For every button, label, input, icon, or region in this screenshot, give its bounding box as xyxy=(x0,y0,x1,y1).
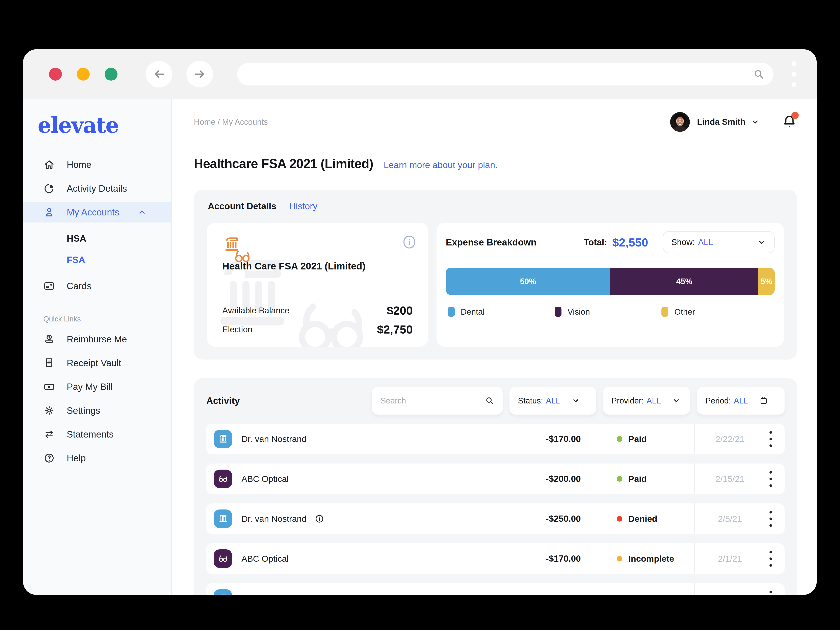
sidebar-item-receipt-vault[interactable]: Receipt Vault xyxy=(23,353,171,373)
coin-deposit-icon xyxy=(43,333,55,345)
pie-chart-icon xyxy=(43,183,55,194)
credit-card-icon xyxy=(43,280,55,292)
table-row[interactable]: Dr. van Nostrand -$152.00 Paid 1/20/21 xyxy=(206,583,785,595)
status-badge: Paid xyxy=(617,583,647,595)
gear-icon xyxy=(43,405,55,416)
status-dot xyxy=(617,436,622,442)
activity-title: Activity xyxy=(206,395,240,406)
back-button[interactable] xyxy=(146,61,172,87)
browser-toolbar xyxy=(23,49,816,99)
notifications-button[interactable] xyxy=(782,114,797,130)
sidebar-item-pay-my-bill[interactable]: Pay My Bill xyxy=(23,376,171,397)
search-icon[interactable] xyxy=(485,396,494,405)
close-button[interactable] xyxy=(49,68,62,81)
minimize-button[interactable] xyxy=(77,68,90,81)
address-bar[interactable] xyxy=(237,63,774,85)
sidebar-item-statements[interactable]: Statements xyxy=(23,424,171,445)
url-input[interactable] xyxy=(246,70,753,79)
amount: -$170.00 xyxy=(206,543,581,574)
period-filter-dropdown[interactable]: Period: ALL xyxy=(697,387,785,415)
status-badge: Incomplete xyxy=(617,543,674,574)
row-menu-button[interactable] xyxy=(767,543,774,574)
maximize-button[interactable] xyxy=(104,68,117,81)
status-filter-label: Status: xyxy=(518,396,543,405)
status-dot xyxy=(617,476,622,482)
forward-button[interactable] xyxy=(186,61,213,87)
sidebar-item-reimburse-me[interactable]: Reimburse Me xyxy=(23,329,171,349)
dental-swatch xyxy=(448,307,455,317)
show-filter-dropdown[interactable]: Show: ALL xyxy=(663,231,775,253)
provider-filter-dropdown[interactable]: Provider: ALL xyxy=(603,387,690,415)
avatar[interactable] xyxy=(670,112,690,132)
receipt-icon xyxy=(43,357,55,369)
period-filter-value: ALL xyxy=(734,396,748,405)
row-menu-button[interactable] xyxy=(767,504,774,534)
transaction-date: 2/22/21 xyxy=(694,424,766,454)
sidebar-item-help[interactable]: Help xyxy=(23,448,171,468)
available-balance-label: Available Balance xyxy=(222,306,289,316)
tab-history[interactable]: History xyxy=(289,201,317,212)
account-tabs: Account Details History xyxy=(207,201,784,212)
user-menu[interactable]: Linda Smith xyxy=(670,112,759,132)
sidebar-item-home[interactable]: Home xyxy=(23,155,171,175)
table-row[interactable]: Dr. van Nostrand -$250.00 Denied 2/5/21 xyxy=(206,504,785,534)
breadcrumb[interactable]: Home / My Accounts xyxy=(194,117,268,126)
plan-name: Health Care FSA 2021 (Limited) xyxy=(222,261,365,272)
legend-item-other: Other xyxy=(662,307,768,317)
browser-menu-button[interactable] xyxy=(789,59,799,89)
transaction-date: 1/20/21 xyxy=(694,583,766,595)
sidebar-item-label: Home xyxy=(67,159,92,170)
chevron-down-icon xyxy=(672,396,681,405)
expense-breakdown-card: Expense Breakdown Total: $2,550 Show: AL… xyxy=(437,223,784,347)
bar-segment-other: 5% xyxy=(758,268,775,295)
expense-breakdown-title: Expense Breakdown xyxy=(446,237,537,248)
vision-swatch xyxy=(555,307,562,317)
sidebar-item-my-accounts[interactable]: My Accounts xyxy=(23,202,171,223)
search-input[interactable] xyxy=(381,396,485,405)
transaction-date: 2/15/21 xyxy=(694,464,766,494)
status-label: Incomplete xyxy=(628,554,674,564)
sidebar-item-activity-details[interactable]: Activity Details xyxy=(23,178,171,199)
column-divider xyxy=(605,464,605,494)
sidebar-item-settings[interactable]: Settings xyxy=(23,400,171,421)
amount: -$152.00 xyxy=(206,583,581,595)
table-row[interactable]: ABC Optical -$200.00 Paid 2/15/21 xyxy=(206,464,785,494)
desktop-background: elevate Home Activity Details My Account… xyxy=(0,0,840,630)
amount: -$250.00 xyxy=(206,504,581,534)
status-badge: Paid xyxy=(617,464,647,494)
activity-header: Activity Status: ALL Provider: ALL xyxy=(206,387,785,415)
row-menu-button[interactable] xyxy=(767,583,774,595)
status-filter-dropdown[interactable]: Status: ALL xyxy=(510,387,596,415)
table-row[interactable]: ABC Optical -$170.00 Incomplete 2/1/21 xyxy=(206,543,785,574)
sidebar-item-label: Statements xyxy=(67,429,114,440)
chevron-up-icon xyxy=(137,208,147,217)
info-icon[interactable]: i xyxy=(403,235,415,248)
chevron-down-icon xyxy=(757,238,766,247)
election-label: Election xyxy=(222,325,252,334)
legend-item-dental: Dental xyxy=(448,307,555,317)
total-label: Total: xyxy=(584,237,607,247)
table-row[interactable]: Dr. van Nostrand -$170.00 Paid 2/22/21 xyxy=(206,424,785,454)
elevate-logo: elevate xyxy=(38,114,171,137)
amount: -$200.00 xyxy=(206,464,581,494)
legend-label: Vision xyxy=(567,307,590,317)
search-icon[interactable] xyxy=(753,68,765,80)
learn-more-link[interactable]: Learn more about your plan. xyxy=(384,160,497,170)
quick-links-nav: Reimburse Me Receipt Vault Pay My Bill S… xyxy=(23,329,171,468)
activity-search[interactable] xyxy=(372,387,503,415)
status-label: Paid xyxy=(628,434,647,444)
sidebar-item-fsa[interactable]: FSA xyxy=(23,254,171,265)
sidebar-item-hsa[interactable]: HSA xyxy=(23,233,171,244)
status-badge: Denied xyxy=(617,504,657,534)
column-divider xyxy=(605,543,605,574)
sidebar-item-cards[interactable]: Cards xyxy=(23,276,171,296)
row-menu-button[interactable] xyxy=(767,424,774,454)
browser-window: elevate Home Activity Details My Account… xyxy=(23,49,816,595)
provider-filter-value: ALL xyxy=(647,396,661,405)
tab-account-details[interactable]: Account Details xyxy=(208,201,276,212)
row-menu-button[interactable] xyxy=(767,464,774,494)
column-divider xyxy=(605,424,605,454)
sidebar-item-label: My Accounts xyxy=(67,207,119,218)
transaction-date: 2/1/21 xyxy=(694,543,766,574)
chevron-down-icon[interactable] xyxy=(751,117,759,126)
